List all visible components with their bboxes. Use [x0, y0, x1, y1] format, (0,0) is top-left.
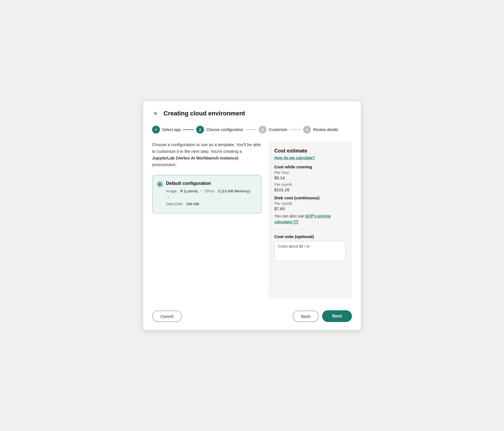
- dialog-title: Creating cloud environment: [164, 110, 245, 117]
- bullet-1: •: [200, 189, 202, 193]
- config-info: Default configuration Image: R (Latest) …: [166, 181, 255, 207]
- step-circle-3: 3: [259, 126, 267, 134]
- stepper: ✓ Select app 2 Choose configuration 3 Cu…: [152, 126, 352, 134]
- step-number-4: 4: [306, 128, 308, 132]
- bullet-2: •: [168, 195, 169, 200]
- cost-panel: Cost estimate How do we calculate? Cost …: [268, 141, 352, 299]
- dialog-header: ✕ Creating cloud environment: [152, 109, 352, 118]
- disk-per-month-label: Per month: [274, 201, 346, 206]
- disk-per-month-value: $7.60: [274, 206, 346, 211]
- step-review-details: 4 Review details: [303, 126, 338, 134]
- per-month-value: $101.26: [274, 187, 346, 192]
- radio-inner: [159, 183, 161, 186]
- step-label-3: Customize: [269, 127, 287, 132]
- description-after: environment.: [152, 162, 176, 167]
- back-button[interactable]: Back: [293, 311, 319, 322]
- per-month-label: Per month: [274, 182, 346, 187]
- step-connector-3: [290, 129, 301, 130]
- per-hour-label: Per hour: [274, 170, 346, 175]
- cost-divider: [274, 229, 346, 230]
- config-details: Image: R (Latest) • CPUs: 2 (13 GB Memor…: [166, 188, 255, 207]
- disk-value: 100 GB: [186, 202, 199, 206]
- disk-title: Disk cost (continuous): [274, 195, 346, 200]
- cost-note-input[interactable]: [274, 241, 346, 261]
- footer: Cancel Back Next: [152, 308, 352, 322]
- step-label-4: Review details: [313, 127, 338, 132]
- cost-title: Cost estimate: [274, 148, 346, 154]
- step-connector-1: [183, 129, 194, 130]
- running-title: Cost while running: [274, 164, 346, 169]
- per-hour-value: $0.14: [274, 175, 346, 180]
- close-button[interactable]: ✕: [152, 109, 159, 118]
- image-label: Image:: [166, 189, 177, 193]
- cpus-value: 2 (13 GB Memory): [218, 189, 250, 193]
- radio-button[interactable]: [157, 181, 163, 187]
- description-bold: JupyterLab (Vertex AI Workbench instance…: [152, 156, 238, 160]
- step-customize: 3 Customize: [259, 126, 287, 134]
- next-button[interactable]: Next: [322, 310, 352, 322]
- config-name: Default configuration: [166, 181, 255, 186]
- image-value: R (Latest): [180, 189, 198, 193]
- step-select-app: ✓ Select app: [152, 126, 181, 134]
- content-area: Choose a configuration to use as a templ…: [152, 141, 352, 299]
- footer-right: Back Next: [293, 310, 352, 322]
- description-before: Choose a configuration to use as a templ…: [152, 142, 261, 154]
- step-circle-1: ✓: [152, 126, 160, 134]
- step-number-3: 3: [262, 128, 264, 132]
- calculate-link[interactable]: How do we calculate?: [274, 156, 346, 160]
- step-connector-2: [245, 129, 256, 130]
- main-content: Choose a configuration to use as a templ…: [152, 141, 261, 299]
- step-number-2: 2: [199, 128, 201, 132]
- cancel-button[interactable]: Cancel: [152, 311, 182, 322]
- step-choose-config: 2 Choose configuration: [196, 126, 243, 134]
- step-label-2: Choose configuration: [206, 127, 243, 132]
- cost-note-title: Cost note (optional): [274, 234, 346, 239]
- disk-label: Data Disk:: [166, 202, 183, 206]
- cpus-label: CPUs:: [205, 189, 215, 193]
- step-circle-2: 2: [196, 126, 204, 134]
- gcp-text: You can also use GCP's pricing calculato…: [274, 213, 346, 225]
- checkmark-icon: ✓: [154, 127, 158, 132]
- config-card[interactable]: Default configuration Image: R (Latest) …: [152, 175, 261, 214]
- dialog: ✕ Creating cloud environment ✓ Select ap…: [143, 101, 361, 330]
- step-label-1: Select app: [162, 127, 181, 132]
- step-circle-4: 4: [303, 126, 311, 134]
- gcp-text-before: You can also use: [274, 214, 305, 218]
- external-link-icon: [294, 220, 298, 224]
- description-text: Choose a configuration to use as a templ…: [152, 141, 261, 168]
